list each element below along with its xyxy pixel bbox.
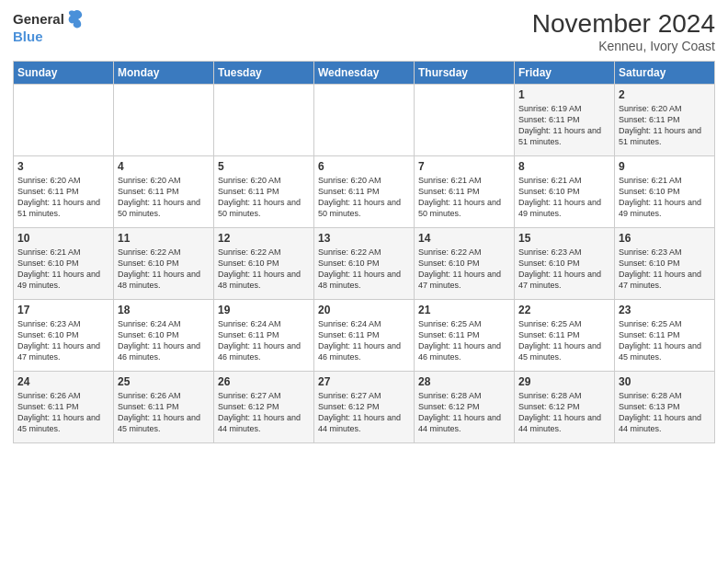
table-row [114, 85, 214, 156]
table-row: 15Sunrise: 6:23 AM Sunset: 6:10 PM Dayli… [515, 228, 615, 300]
table-row: 10Sunrise: 6:21 AM Sunset: 6:10 PM Dayli… [14, 228, 114, 300]
col-friday: Friday [515, 62, 615, 85]
day-info: Sunrise: 6:22 AM Sunset: 6:10 PM Dayligh… [118, 247, 210, 292]
logo-general-row: General [13, 9, 83, 29]
day-info: Sunrise: 6:28 AM Sunset: 6:12 PM Dayligh… [418, 390, 510, 435]
calendar-week-row: 10Sunrise: 6:21 AM Sunset: 6:10 PM Dayli… [14, 228, 715, 300]
day-number: 6 [318, 160, 410, 173]
table-row: 9Sunrise: 6:21 AM Sunset: 6:10 PM Daylig… [615, 156, 715, 228]
day-info: Sunrise: 6:24 AM Sunset: 6:11 PM Dayligh… [218, 318, 310, 363]
table-row: 24Sunrise: 6:26 AM Sunset: 6:11 PM Dayli… [14, 372, 114, 443]
calendar-week-row: 1Sunrise: 6:19 AM Sunset: 6:11 PM Daylig… [14, 85, 715, 156]
day-info: Sunrise: 6:22 AM Sunset: 6:10 PM Dayligh… [218, 247, 310, 292]
day-info: Sunrise: 6:23 AM Sunset: 6:10 PM Dayligh… [518, 247, 610, 292]
day-number: 13 [318, 232, 410, 245]
calendar-week-row: 3Sunrise: 6:20 AM Sunset: 6:11 PM Daylig… [14, 156, 715, 228]
day-number: 23 [619, 304, 711, 316]
logo-text-stack: General Blue [13, 9, 83, 45]
table-row: 22Sunrise: 6:25 AM Sunset: 6:11 PM Dayli… [515, 300, 615, 372]
table-row: 27Sunrise: 6:27 AM Sunset: 6:12 PM Dayli… [314, 372, 415, 443]
table-row: 12Sunrise: 6:22 AM Sunset: 6:10 PM Dayli… [214, 228, 314, 300]
day-number: 24 [17, 375, 109, 388]
table-row: 23Sunrise: 6:25 AM Sunset: 6:11 PM Dayli… [615, 300, 715, 372]
location: Kenneu, Ivory Coast [532, 39, 715, 53]
calendar-week-row: 17Sunrise: 6:23 AM Sunset: 6:10 PM Dayli… [14, 300, 715, 372]
day-number: 5 [218, 160, 310, 173]
col-wednesday: Wednesday [314, 62, 415, 85]
day-number: 3 [17, 160, 109, 173]
day-number: 11 [118, 232, 210, 245]
day-info: Sunrise: 6:20 AM Sunset: 6:11 PM Dayligh… [318, 175, 410, 220]
day-info: Sunrise: 6:27 AM Sunset: 6:12 PM Dayligh… [318, 390, 410, 435]
day-info: Sunrise: 6:27 AM Sunset: 6:12 PM Dayligh… [218, 390, 310, 435]
table-row: 18Sunrise: 6:24 AM Sunset: 6:10 PM Dayli… [114, 300, 214, 372]
day-info: Sunrise: 6:19 AM Sunset: 6:11 PM Dayligh… [518, 103, 610, 148]
day-info: Sunrise: 6:24 AM Sunset: 6:10 PM Dayligh… [118, 318, 210, 363]
day-number: 19 [218, 304, 310, 316]
calendar-header-row: Sunday Monday Tuesday Wednesday Thursday… [14, 62, 715, 85]
logo-blue: Blue [13, 29, 83, 45]
day-info: Sunrise: 6:25 AM Sunset: 6:11 PM Dayligh… [518, 318, 610, 363]
day-info: Sunrise: 6:28 AM Sunset: 6:12 PM Dayligh… [518, 390, 610, 435]
day-info: Sunrise: 6:21 AM Sunset: 6:10 PM Dayligh… [619, 175, 711, 220]
logo: General Blue [13, 9, 83, 45]
table-row: 17Sunrise: 6:23 AM Sunset: 6:10 PM Dayli… [14, 300, 114, 372]
day-number: 10 [17, 232, 109, 245]
day-info: Sunrise: 6:25 AM Sunset: 6:11 PM Dayligh… [418, 318, 510, 363]
day-number: 26 [218, 375, 310, 388]
calendar-week-row: 24Sunrise: 6:26 AM Sunset: 6:11 PM Dayli… [14, 372, 715, 443]
day-info: Sunrise: 6:23 AM Sunset: 6:10 PM Dayligh… [17, 318, 109, 363]
col-monday: Monday [114, 62, 214, 85]
day-info: Sunrise: 6:20 AM Sunset: 6:11 PM Dayligh… [619, 103, 711, 148]
col-saturday: Saturday [615, 62, 715, 85]
table-row: 5Sunrise: 6:20 AM Sunset: 6:11 PM Daylig… [214, 156, 314, 228]
day-number: 29 [518, 375, 610, 388]
day-number: 12 [218, 232, 310, 245]
table-row: 25Sunrise: 6:26 AM Sunset: 6:11 PM Dayli… [114, 372, 214, 443]
day-info: Sunrise: 6:22 AM Sunset: 6:10 PM Dayligh… [418, 247, 510, 292]
table-row [14, 85, 114, 156]
col-thursday: Thursday [415, 62, 515, 85]
day-info: Sunrise: 6:21 AM Sunset: 6:10 PM Dayligh… [17, 247, 109, 292]
table-row: 14Sunrise: 6:22 AM Sunset: 6:10 PM Dayli… [415, 228, 515, 300]
day-number: 15 [518, 232, 610, 245]
table-row: 26Sunrise: 6:27 AM Sunset: 6:12 PM Dayli… [214, 372, 314, 443]
day-number: 9 [619, 160, 711, 173]
table-row: 2Sunrise: 6:20 AM Sunset: 6:11 PM Daylig… [615, 85, 715, 156]
day-info: Sunrise: 6:26 AM Sunset: 6:11 PM Dayligh… [118, 390, 210, 435]
col-sunday: Sunday [14, 62, 114, 85]
table-row: 8Sunrise: 6:21 AM Sunset: 6:10 PM Daylig… [515, 156, 615, 228]
table-row: 28Sunrise: 6:28 AM Sunset: 6:12 PM Dayli… [415, 372, 515, 443]
day-info: Sunrise: 6:28 AM Sunset: 6:13 PM Dayligh… [619, 390, 711, 435]
table-row: 19Sunrise: 6:24 AM Sunset: 6:11 PM Dayli… [214, 300, 314, 372]
day-number: 25 [118, 375, 210, 388]
table-row [415, 85, 515, 156]
day-info: Sunrise: 6:20 AM Sunset: 6:11 PM Dayligh… [218, 175, 310, 220]
day-number: 21 [418, 304, 510, 316]
day-number: 7 [418, 160, 510, 173]
day-number: 22 [518, 304, 610, 316]
day-info: Sunrise: 6:21 AM Sunset: 6:10 PM Dayligh… [518, 175, 610, 220]
page-header: General Blue November 2024 Kenneu, Ivory… [13, 9, 715, 53]
table-row: 16Sunrise: 6:23 AM Sunset: 6:10 PM Dayli… [615, 228, 715, 300]
table-row: 29Sunrise: 6:28 AM Sunset: 6:12 PM Dayli… [515, 372, 615, 443]
day-number: 2 [619, 88, 711, 101]
table-row: 7Sunrise: 6:21 AM Sunset: 6:11 PM Daylig… [415, 156, 515, 228]
table-row: 13Sunrise: 6:22 AM Sunset: 6:10 PM Dayli… [314, 228, 415, 300]
day-info: Sunrise: 6:25 AM Sunset: 6:11 PM Dayligh… [619, 318, 711, 363]
day-number: 20 [318, 304, 410, 316]
day-info: Sunrise: 6:21 AM Sunset: 6:11 PM Dayligh… [418, 175, 510, 220]
col-tuesday: Tuesday [214, 62, 314, 85]
day-number: 4 [118, 160, 210, 173]
table-row: 20Sunrise: 6:24 AM Sunset: 6:11 PM Dayli… [314, 300, 415, 372]
day-number: 14 [418, 232, 510, 245]
day-info: Sunrise: 6:23 AM Sunset: 6:10 PM Dayligh… [619, 247, 711, 292]
day-number: 8 [518, 160, 610, 173]
calendar-table: Sunday Monday Tuesday Wednesday Thursday… [13, 61, 715, 443]
table-row: 4Sunrise: 6:20 AM Sunset: 6:11 PM Daylig… [114, 156, 214, 228]
table-row: 6Sunrise: 6:20 AM Sunset: 6:11 PM Daylig… [314, 156, 415, 228]
table-row: 30Sunrise: 6:28 AM Sunset: 6:13 PM Dayli… [615, 372, 715, 443]
title-section: November 2024 Kenneu, Ivory Coast [532, 9, 715, 53]
table-row: 21Sunrise: 6:25 AM Sunset: 6:11 PM Dayli… [415, 300, 515, 372]
table-row [314, 85, 415, 156]
